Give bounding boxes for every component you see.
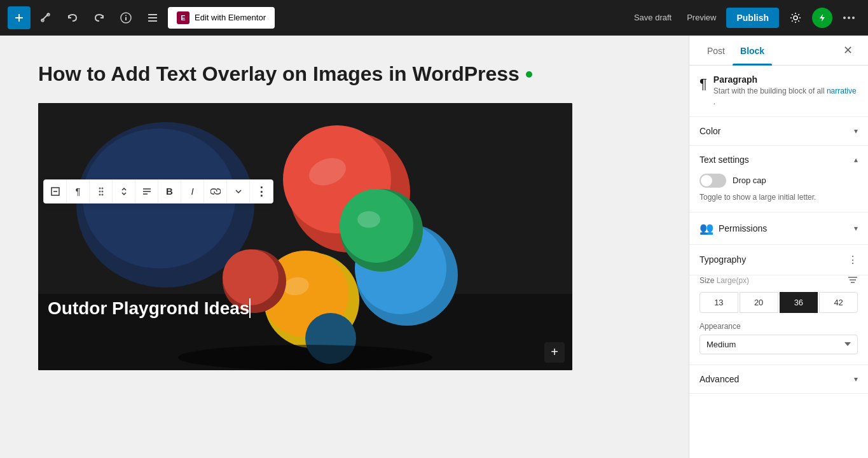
drag-handle[interactable]: [90, 180, 113, 203]
add-block-button[interactable]: [8, 6, 31, 29]
text-settings-content: Drop cap Toggle to show a large initial …: [689, 174, 868, 212]
elementor-btn-label: Edit with Elementor: [195, 13, 266, 22]
svg-point-38: [101, 187, 103, 189]
advanced-chevron-icon: ▾: [854, 375, 858, 384]
permissions-icon: 👥: [699, 221, 713, 235]
typography-more-icon[interactable]: ⋮: [848, 254, 858, 266]
drop-cap-row: Drop cap: [699, 174, 858, 188]
image-placeholder: [38, 103, 572, 370]
tab-block[interactable]: Block: [733, 36, 772, 65]
size-btn-13[interactable]: 13: [699, 292, 738, 313]
block-desc-highlight: narrative: [827, 87, 857, 95]
italic-button[interactable]: I: [181, 180, 204, 203]
appearance-select[interactable]: Thin Extra Light Light Regular Medium Se…: [699, 335, 858, 354]
updates-button[interactable]: [812, 8, 832, 28]
sidebar-tabs: Post Block ✕: [689, 36, 868, 66]
size-btn-36[interactable]: 36: [780, 292, 818, 313]
toolbar-right: Save draft Preview Publish: [629, 6, 860, 29]
svg-point-40: [101, 190, 103, 192]
transform-block-button[interactable]: [44, 180, 67, 203]
svg-point-32: [223, 249, 279, 305]
more-options-button[interactable]: [837, 6, 860, 29]
advanced-label: Advanced: [699, 374, 739, 384]
block-name: Paragraph: [713, 74, 858, 85]
list-view-button[interactable]: [141, 6, 164, 29]
permissions-label: Permissions: [719, 223, 767, 233]
size-row: Size Large(px): [699, 275, 858, 286]
text-settings-chevron-icon: ▴: [854, 155, 858, 164]
paragraph-type-button[interactable]: ¶: [67, 180, 90, 203]
svg-marker-11: [820, 14, 825, 22]
svg-point-42: [101, 193, 103, 195]
align-button[interactable]: [135, 180, 158, 203]
image-block[interactable]: ¶ B I: [38, 103, 572, 370]
size-label: Size Large(px): [699, 276, 749, 285]
block-type-icon: ¶: [699, 76, 707, 92]
main-layout: How to Add Text Overlay on Images in Wor…: [0, 36, 868, 458]
svg-point-29: [340, 189, 413, 263]
info-button[interactable]: [114, 6, 137, 29]
typography-label: Typography: [699, 254, 746, 265]
color-section-header[interactable]: Color ▾: [689, 117, 868, 145]
right-sidebar: Post Block ✕ ¶ Paragraph Start with the …: [689, 36, 868, 458]
sidebar-close-button[interactable]: ✕: [838, 36, 858, 65]
block-description: Start with the building block of all nar…: [713, 86, 858, 108]
svg-point-37: [99, 187, 100, 189]
undo-button[interactable]: [61, 6, 84, 29]
svg-point-30: [357, 211, 380, 228]
link-button[interactable]: [204, 180, 227, 203]
tools-button[interactable]: [34, 6, 57, 29]
text-settings-label: Text settings: [699, 155, 749, 165]
svg-point-10: [794, 16, 797, 20]
toggle-knob: [701, 175, 712, 186]
drop-cap-label: Drop cap: [733, 176, 766, 185]
publish-status-dot: [526, 71, 532, 78]
svg-point-41: [99, 193, 100, 195]
text-cursor: [249, 298, 251, 318]
text-settings-header[interactable]: Text settings ▴: [689, 146, 868, 174]
svg-point-39: [99, 190, 100, 192]
more-rich-text-button[interactable]: [227, 180, 250, 203]
svg-point-13: [848, 17, 850, 19]
block-info-text: Paragraph Start with the building block …: [713, 74, 858, 108]
filter-icon[interactable]: [848, 275, 858, 286]
block-options-button[interactable]: ⋮: [250, 180, 273, 203]
svg-point-34: [178, 345, 432, 370]
tab-post[interactable]: Post: [699, 36, 733, 65]
drop-cap-hint: Toggle to show a large initial letter.: [699, 193, 858, 202]
typography-content: Size Large(px) 13 20 36 42 Appearance Th…: [689, 275, 868, 364]
edit-elementor-button[interactable]: E Edit with Elementor: [168, 7, 275, 29]
post-title: How to Add Text Overlay on Images in Wor…: [38, 61, 651, 88]
color-section: Color ▾: [689, 117, 868, 146]
permissions-section: 👥 Permissions ▾: [689, 212, 868, 245]
add-block-inside-button[interactable]: +: [544, 342, 565, 363]
move-up-down-button[interactable]: [113, 180, 135, 203]
typography-section: Typography ⋮ Size Large(px) 13 20 36 42 …: [689, 245, 868, 365]
permissions-chevron-icon: ▾: [854, 224, 858, 233]
toolbar-left: E Edit with Elementor: [8, 6, 275, 29]
main-toolbar: E Edit with Elementor Save draft Preview…: [0, 0, 868, 36]
bold-button[interactable]: B: [158, 180, 181, 203]
redo-button[interactable]: [88, 6, 111, 29]
text-overlay-content[interactable]: Outdor Playgrond Ideas: [48, 298, 251, 319]
svg-point-6: [125, 15, 127, 16]
block-formatting-toolbar: ¶ B I: [43, 179, 273, 204]
save-draft-button[interactable]: Save draft: [629, 10, 677, 25]
publish-button[interactable]: Publish: [726, 8, 779, 28]
overlay-text: Outdor Playgrond Ideas: [48, 298, 249, 318]
svg-point-12: [843, 17, 846, 19]
text-settings-section: Text settings ▴ Drop cap Toggle to show …: [689, 146, 868, 212]
drop-cap-toggle[interactable]: [699, 174, 726, 188]
color-label: Color: [699, 126, 720, 136]
preview-button[interactable]: Preview: [682, 10, 721, 25]
advanced-header[interactable]: Advanced ▾: [689, 365, 868, 393]
settings-button[interactable]: [784, 6, 807, 29]
size-btn-20[interactable]: 20: [740, 292, 778, 313]
permissions-header[interactable]: 👥 Permissions ▾: [689, 212, 868, 244]
elementor-icon: E: [177, 11, 189, 24]
advanced-section: Advanced ▾: [689, 365, 868, 394]
typography-header[interactable]: Typography ⋮: [689, 245, 868, 275]
editor-area[interactable]: How to Add Text Overlay on Images in Wor…: [0, 36, 689, 458]
size-btn-42[interactable]: 42: [819, 292, 858, 313]
color-chevron-icon: ▾: [854, 127, 858, 135]
